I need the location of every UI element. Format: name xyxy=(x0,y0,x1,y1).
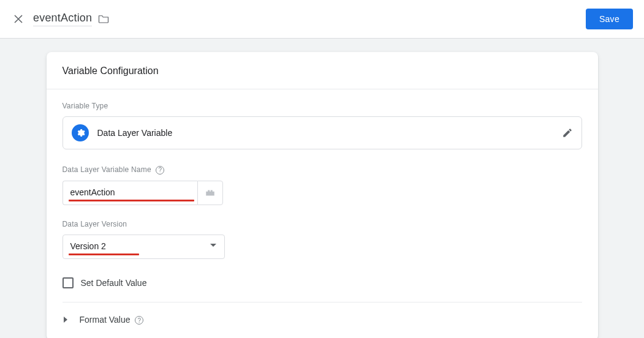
card-title: Variable Configuration xyxy=(47,66,598,89)
save-button[interactable]: Save xyxy=(586,9,633,29)
edit-icon xyxy=(562,127,573,138)
variable-picker-button[interactable] xyxy=(197,181,223,205)
dlv-version-label: Data Layer Version xyxy=(63,220,582,228)
folder-button[interactable] xyxy=(98,14,109,24)
variable-type-name: Data Layer Variable xyxy=(97,128,173,138)
config-card: Variable Configuration Variable Type Dat… xyxy=(47,52,598,338)
variable-type-selector[interactable]: Data Layer Variable xyxy=(63,116,582,149)
help-icon[interactable]: ? xyxy=(156,166,164,175)
format-value-toggle[interactable]: Format Value ? xyxy=(63,302,582,336)
entity-title-input[interactable]: eventAction xyxy=(33,12,92,26)
set-default-checkbox[interactable] xyxy=(63,277,74,288)
dlv-name-input[interactable] xyxy=(63,181,197,205)
close-icon xyxy=(14,15,23,23)
page-background: Variable Configuration Variable Type Dat… xyxy=(0,39,644,338)
chevron-right-icon xyxy=(63,317,69,323)
dlv-version-select[interactable]: Version 2 xyxy=(63,235,225,259)
variable-type-label: Variable Type xyxy=(63,102,582,110)
folder-icon xyxy=(98,14,109,24)
set-default-label: Set Default Value xyxy=(81,278,147,288)
help-icon[interactable]: ? xyxy=(135,316,143,325)
lego-brick-icon xyxy=(205,189,216,197)
format-value-label: Format Value ? xyxy=(80,315,144,325)
gear-icon xyxy=(72,124,89,141)
close-button[interactable] xyxy=(11,12,26,26)
chevron-down-icon xyxy=(210,241,217,251)
dlv-version-value: Version 2 xyxy=(70,241,106,251)
dlv-name-label: Data Layer Variable Name ? xyxy=(63,165,582,175)
top-bar: eventAction Save xyxy=(0,0,644,39)
